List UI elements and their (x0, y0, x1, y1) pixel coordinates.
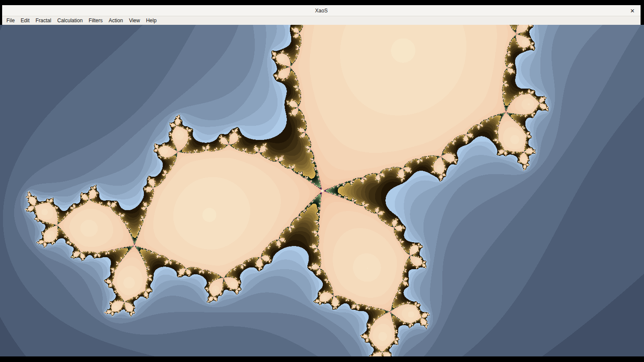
close-icon[interactable]: ✕ (629, 7, 636, 14)
window-title: XaoS (315, 8, 328, 14)
screen-edge-bottom (0, 356, 644, 362)
menu-item-edit[interactable]: Edit (18, 17, 33, 24)
menu-item-view[interactable]: View (126, 17, 143, 24)
screen-edge-top (0, 0, 644, 5)
fractal-canvas[interactable] (0, 25, 644, 356)
menu-item-action[interactable]: Action (106, 17, 126, 24)
menu-item-fractal[interactable]: Fractal (33, 17, 54, 24)
menu-item-calculation[interactable]: Calculation (54, 17, 86, 24)
title-bar[interactable]: XaoS ✕ (2, 5, 641, 16)
menu-bar: File Edit Fractal Calculation Filters Ac… (2, 16, 641, 25)
menu-item-file[interactable]: File (3, 17, 18, 24)
menu-item-help[interactable]: Help (143, 17, 160, 24)
menu-item-filters[interactable]: Filters (86, 17, 106, 24)
